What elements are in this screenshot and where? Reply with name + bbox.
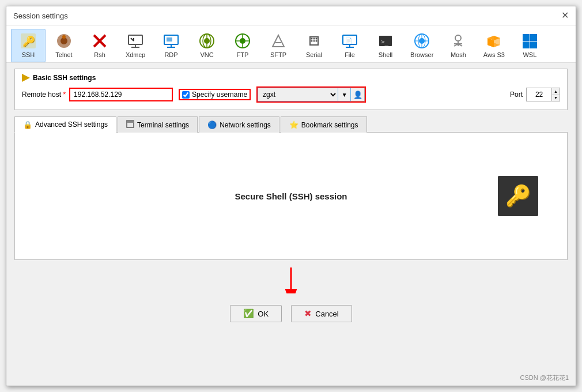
fields-row: Remote host * Specify username zgxt: [22, 86, 560, 103]
aws-s3-label: Aws S3: [483, 51, 505, 58]
username-combo-wrapper: zgxt ▼ 👤: [256, 86, 366, 103]
serial-icon: [305, 32, 323, 50]
ssh-key-image: 🔑: [498, 176, 538, 216]
toolbar-item-wsl[interactable]: WSL: [512, 29, 547, 62]
svg-point-27: [311, 38, 313, 40]
wsl-label: WSL: [523, 51, 536, 58]
port-group: Port ▲ ▼: [510, 88, 560, 101]
tab-content-area: Secure Shell (SSH) session 🔑: [14, 133, 568, 260]
rsh-icon: [90, 32, 109, 50]
ok-icon: ✅: [243, 308, 254, 319]
svg-rect-50: [530, 34, 537, 41]
dialog-title: Session settings: [13, 12, 68, 20]
specify-username-checkbox[interactable]: [182, 91, 190, 99]
advanced-ssh-icon: 🔒: [23, 120, 32, 129]
toolbar: 🔑 SSH Telnet Rsh Xdmcp: [6, 25, 576, 63]
browser-icon: [413, 32, 431, 50]
toolbar-item-serial[interactable]: Serial: [297, 29, 331, 62]
tab-network-label: Network settings: [220, 121, 271, 129]
ssh-session-info: Secure Shell (SSH) session 🔑: [27, 144, 555, 248]
svg-rect-7: [129, 35, 142, 44]
section-title-text: Basic SSH settings: [33, 74, 96, 82]
toolbar-item-ftp[interactable]: FTP: [225, 29, 260, 62]
username-dropdown-btn[interactable]: ▼: [338, 88, 351, 101]
tab-terminal-label: Terminal settings: [137, 121, 189, 129]
section-title: Basic SSH settings: [22, 74, 560, 82]
telnet-icon: [55, 32, 73, 50]
cancel-label: Cancel: [315, 310, 338, 318]
tab-bookmark-label: Bookmark settings: [301, 121, 358, 129]
tab-terminal[interactable]: Terminal settings: [118, 116, 198, 133]
svg-point-31: [313, 40, 315, 42]
rdp-label: RDP: [164, 51, 177, 58]
ftp-label: FTP: [237, 51, 249, 58]
ok-button[interactable]: ✅ OK: [230, 305, 282, 322]
toolbar-item-ssh[interactable]: 🔑 SSH: [11, 29, 46, 62]
shell-icon: >_: [376, 32, 395, 50]
toolbar-item-rsh[interactable]: Rsh: [82, 29, 117, 62]
remote-host-input[interactable]: [69, 88, 173, 101]
toolbar-item-shell[interactable]: >_ Shell: [368, 29, 403, 62]
file-icon: 📄: [341, 32, 359, 50]
svg-text:🔑: 🔑: [22, 35, 36, 48]
port-up-btn[interactable]: ▲: [552, 88, 560, 95]
session-settings-dialog: Session settings ✕ 🔑 SSH Telnet: [6, 6, 576, 386]
username-select[interactable]: zgxt: [258, 88, 338, 101]
username-person-btn[interactable]: 👤: [351, 88, 365, 101]
tab-advanced-ssh[interactable]: 🔒 Advanced SSH settings: [14, 116, 116, 133]
svg-point-4: [62, 35, 66, 39]
toolbar-item-sftp[interactable]: SFTP: [261, 29, 296, 62]
svg-text:📄: 📄: [345, 37, 353, 44]
ok-label: OK: [258, 310, 269, 318]
svg-text:>_: >_: [381, 38, 389, 46]
specify-username-label: Specify username: [192, 91, 247, 99]
wsl-icon: [520, 32, 539, 50]
title-bar: Session settings ✕: [6, 6, 576, 25]
dropdown-arrow-icon: ▼: [342, 92, 347, 98]
aws-s3-icon: [485, 32, 503, 50]
browser-label: Browser: [410, 51, 433, 58]
tab-advanced-label: Advanced SSH settings: [35, 120, 108, 129]
remote-host-label: Remote host *: [22, 91, 66, 99]
port-input[interactable]: [526, 88, 551, 101]
bottom-buttons: ✅ OK ✖ Cancel: [14, 299, 568, 330]
svg-rect-52: [530, 42, 537, 48]
svg-point-28: [313, 38, 315, 40]
rdp-icon: [162, 32, 180, 50]
svg-point-30: [311, 40, 313, 42]
port-label: Port: [510, 91, 523, 99]
svg-rect-54: [127, 120, 134, 123]
svg-point-29: [316, 38, 318, 40]
main-content: Basic SSH settings Remote host * Specify…: [6, 63, 576, 336]
required-marker: *: [63, 91, 66, 99]
shell-label: Shell: [379, 51, 392, 58]
tabs-bar: 🔒 Advanced SSH settings Terminal setting…: [14, 116, 568, 133]
telnet-label: Telnet: [55, 51, 72, 58]
remote-host-group: Remote host *: [22, 88, 173, 101]
key-icon: 🔑: [505, 184, 531, 208]
svg-point-32: [316, 40, 318, 42]
toolbar-item-aws-s3[interactable]: Aws S3: [477, 29, 511, 62]
watermark: CSDN @花花花1: [520, 374, 569, 382]
toolbar-item-rdp[interactable]: RDP: [154, 29, 188, 62]
section-icon: [22, 74, 30, 82]
toolbar-item-browser[interactable]: Browser: [404, 29, 440, 62]
toolbar-item-file[interactable]: 📄 File: [332, 29, 367, 62]
toolbar-item-xdmcp[interactable]: Xdmcp: [118, 29, 153, 62]
close-button[interactable]: ✕: [561, 11, 569, 20]
ftp-icon: [233, 32, 252, 50]
toolbar-item-mosh[interactable]: Mosh: [441, 29, 475, 62]
cancel-button[interactable]: ✖ Cancel: [291, 305, 352, 322]
port-down-btn[interactable]: ▼: [552, 95, 560, 101]
arrow-indicator: [14, 265, 568, 297]
sftp-icon: [269, 32, 288, 50]
toolbar-item-telnet[interactable]: Telnet: [47, 29, 81, 62]
tab-network[interactable]: 🔵 Network settings: [199, 116, 279, 133]
vnc-icon: [198, 32, 216, 50]
toolbar-item-vnc[interactable]: VNC: [190, 29, 224, 62]
mosh-label: Mosh: [451, 51, 466, 58]
bookmark-icon: ⭐: [289, 120, 298, 129]
network-icon: 🔵: [207, 120, 217, 129]
tab-bookmark[interactable]: ⭐ Bookmark settings: [281, 116, 367, 133]
svg-rect-15: [167, 37, 172, 42]
